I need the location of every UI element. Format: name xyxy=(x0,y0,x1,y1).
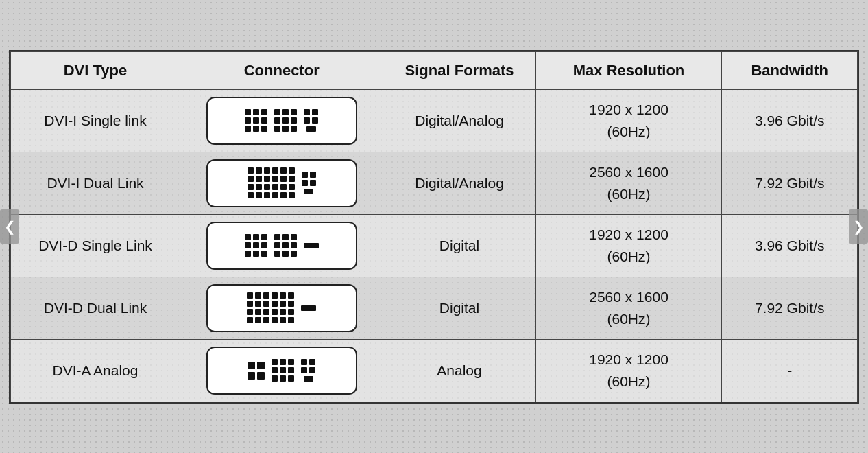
table-row: DVI-I Single link Digital/Analog1920 x 1… xyxy=(11,89,858,152)
bandwidth-cell: 3.96 Gbit/s xyxy=(722,214,858,277)
signal-cell: Analog xyxy=(383,339,535,402)
signal-cell: Digital/Analog xyxy=(383,89,535,152)
table-row: DVI-D Single Link Digital1920 x 1200(60H… xyxy=(11,214,858,277)
bandwidth-cell: 7.92 Gbit/s xyxy=(722,277,858,339)
resolution-cell: 1920 x 1200(60Hz) xyxy=(535,214,722,277)
header-bandwidth: Bandwidth xyxy=(722,51,858,89)
signal-cell: Digital/Analog xyxy=(383,152,535,214)
right-arrow-icon: ❯ xyxy=(853,218,865,235)
dvi-comparison-table: DVI Type Connector Signal Formats Max Re… xyxy=(9,50,859,404)
bandwidth-cell: 7.92 Gbit/s xyxy=(722,152,858,214)
next-arrow[interactable]: ❯ xyxy=(849,209,868,244)
connector-cell xyxy=(180,277,383,339)
connector-diagram xyxy=(206,284,357,332)
header-connector: Connector xyxy=(180,51,383,89)
header-dvi-type: DVI Type xyxy=(11,51,180,89)
bandwidth-cell: 3.96 Gbit/s xyxy=(722,89,858,152)
bandwidth-cell: - xyxy=(722,339,858,402)
dvi-type-cell: DVI-D Single Link xyxy=(11,214,180,277)
header-resolution: Max Resolution xyxy=(535,51,722,89)
dvi-type-cell: DVI-D Dual Link xyxy=(11,277,180,339)
connector-cell xyxy=(180,152,383,214)
connector-cell xyxy=(180,214,383,277)
dvi-type-cell: DVI-A Analog xyxy=(11,339,180,402)
connector-diagram xyxy=(206,97,357,145)
connector-diagram xyxy=(206,159,357,207)
left-arrow-icon: ❮ xyxy=(4,218,16,235)
signal-cell: Digital xyxy=(383,214,535,277)
table-row: DVI-D Dual Link Digital2560 x 1600(60Hz)… xyxy=(11,277,858,339)
connector-cell xyxy=(180,89,383,152)
resolution-cell: 1920 x 1200(60Hz) xyxy=(535,339,722,402)
table-row: DVI-A Analog Analog1920 x 1200(60Hz)- xyxy=(11,339,858,402)
resolution-cell: 1920 x 1200(60Hz) xyxy=(535,89,722,152)
dvi-type-cell: DVI-I Single link xyxy=(11,89,180,152)
connector-diagram xyxy=(206,347,357,395)
connector-diagram xyxy=(206,222,357,270)
dvi-type-cell: DVI-I Dual Link xyxy=(11,152,180,214)
signal-cell: Digital xyxy=(383,277,535,339)
resolution-cell: 2560 x 1600(60Hz) xyxy=(535,152,722,214)
prev-arrow[interactable]: ❮ xyxy=(0,209,19,244)
header-signal: Signal Formats xyxy=(383,51,535,89)
connector-cell xyxy=(180,339,383,402)
table-row: DVI-I Dual Link Digital/Analog2560 x 160… xyxy=(11,152,858,214)
resolution-cell: 2560 x 1600(60Hz) xyxy=(535,277,722,339)
